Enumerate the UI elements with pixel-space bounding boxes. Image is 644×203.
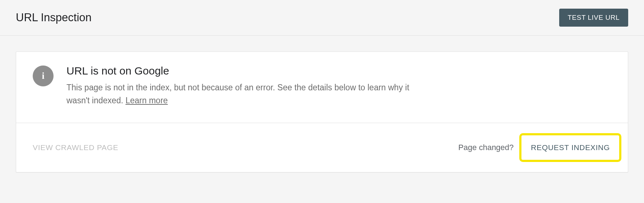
card-main: i URL is not on Google This page is not … [16, 52, 628, 123]
footer-right: Page changed? REQUEST INDEXING [458, 133, 621, 162]
page-title: URL Inspection [16, 11, 92, 24]
status-title: URL is not on Google [66, 65, 611, 77]
info-icon: i [33, 66, 54, 86]
card-text: URL is not on Google This page is not in… [66, 65, 611, 107]
status-description: This page is not in the index, but not b… [66, 81, 429, 107]
content-area: i URL is not on Google This page is not … [0, 36, 644, 188]
card-footer: VIEW CRAWLED PAGE Page changed? REQUEST … [16, 123, 628, 172]
status-description-text: This page is not in the index, but not b… [66, 83, 409, 105]
page-header: URL Inspection TEST LIVE URL [0, 0, 644, 36]
view-crawled-page-button: VIEW CRAWLED PAGE [33, 143, 118, 152]
request-indexing-button[interactable]: REQUEST INDEXING [519, 133, 621, 162]
info-icon-glyph: i [42, 71, 44, 81]
learn-more-link[interactable]: Learn more [125, 96, 168, 105]
status-card: i URL is not on Google This page is not … [16, 51, 628, 172]
page-changed-label: Page changed? [458, 143, 514, 152]
test-live-url-button[interactable]: TEST LIVE URL [559, 9, 628, 27]
